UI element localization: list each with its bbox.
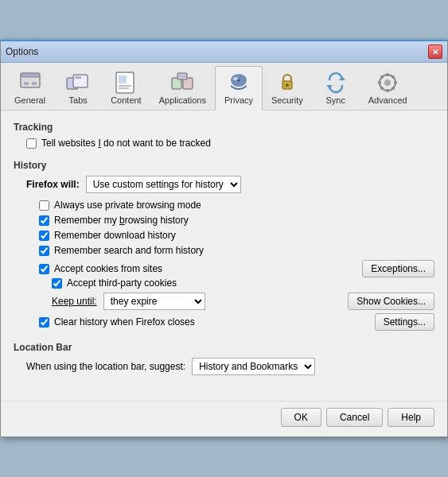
svg-rect-1 [21,73,40,77]
tab-content[interactable]: Content [102,66,150,110]
accept-third-party-label[interactable]: Accept third-party cookies [67,277,177,289]
tab-general[interactable]: General [6,66,54,110]
remember-search-checkbox[interactable] [39,246,49,256]
tab-sync-label: Sync [326,95,345,105]
tab-privacy[interactable]: Privacy [215,66,263,111]
always-private-checkbox[interactable] [39,200,49,211]
tracking-content: Tell websites I do not want to be tracke… [14,138,434,149]
tab-security[interactable]: Security [263,66,312,110]
exceptions-button[interactable]: Exceptions... [362,260,434,277]
always-private-label[interactable]: Always use private browsing mode [54,200,201,211]
content-icon [113,70,138,95]
history-content: Firefox will: Use custom settings for hi… [14,176,434,331]
location-bar-label: When using the location bar, suggest: [26,361,185,372]
keep-until-label: Keep until: [52,296,97,307]
applications-icon [169,70,195,95]
svg-marker-21 [339,76,345,80]
footer: OK Cancel Help [1,401,447,436]
svg-point-18 [238,80,240,82]
firefox-will-label: Firefox will: [26,179,80,190]
accept-cookies-row: Accept cookies from sites Exceptions... [26,260,434,277]
close-button[interactable]: ✕ [428,45,442,59]
tab-applications-label: Applications [159,95,206,105]
location-bar-row: When using the location bar, suggest: Hi… [26,358,434,375]
tab-advanced[interactable]: Advanced [360,66,416,110]
advanced-icon [375,70,400,95]
keep-until-select[interactable]: they expire I close Firefox ask me every… [103,293,205,310]
always-private-row: Always use private browsing mode [26,200,434,211]
general-icon [18,70,43,95]
remember-search-label[interactable]: Remember search and form history [54,245,204,256]
firefox-will-row: Firefox will: Use custom settings for hi… [26,176,434,193]
tab-content-label: Content [111,95,142,105]
tab-applications[interactable]: Applications [150,66,215,110]
tracking-underline-I: I [98,138,100,149]
remember-search-row: Remember search and form history [26,245,434,256]
keep-until-row: Keep until: they expire I close Firefox … [26,293,434,310]
tracking-header: Tracking [14,122,434,133]
accept-cookies-checkbox[interactable] [39,264,49,274]
clear-history-checkbox[interactable] [39,317,49,328]
tab-general-label: General [14,95,45,105]
svg-rect-2 [24,82,29,85]
help-button[interactable]: Help [388,408,434,427]
accept-third-party-row: Accept third-party cookies [26,277,434,289]
svg-rect-8 [119,76,127,83]
remember-download-label[interactable]: Remember download history [54,230,176,241]
accept-cookies-label[interactable]: Accept cookies from sites [54,263,162,274]
show-cookies-button[interactable]: Show Cookies... [348,293,434,310]
remember-browsing-label[interactable]: Remember my browsing history [54,215,189,226]
window-title: Options [6,46,38,57]
svg-point-20 [286,83,289,87]
security-icon [275,70,300,95]
options-window: Options ✕ General Tabs [0,40,448,437]
svg-rect-3 [32,82,37,85]
privacy-icon [226,70,251,95]
titlebar: Options ✕ [1,41,447,63]
svg-point-24 [384,80,391,86]
accept-cookies-checkbox-row: Accept cookies from sites [26,263,162,274]
sync-icon [323,70,349,95]
svg-marker-22 [326,85,333,89]
tab-bar: General Tabs Content [1,63,447,111]
tab-security-label: Security [271,95,303,105]
location-bar-section: Location Bar When using the location bar… [14,342,434,375]
remember-download-checkbox[interactable] [39,231,49,241]
location-bar-content: When using the location bar, suggest: Hi… [14,358,434,375]
remember-browsing-row: Remember my browsing history [26,215,434,226]
tracking-checkbox[interactable] [26,138,37,149]
cancel-button[interactable]: Cancel [326,408,383,427]
svg-point-16 [233,77,238,80]
ok-button[interactable]: OK [281,408,321,427]
remember-browsing-checkbox[interactable] [39,215,49,226]
svg-rect-6 [75,76,81,79]
tracking-section: Tracking Tell websites I do not want to … [14,122,434,149]
clear-history-label[interactable]: Clear history when Firefox closes [54,316,195,328]
history-mode-select[interactable]: Use custom settings for history Remember… [86,176,241,193]
location-bar-select[interactable]: History and Bookmarks History Bookmarks … [192,358,315,375]
settings-button[interactable]: Settings... [375,313,434,331]
tracking-label[interactable]: Tell websites I do not want to be tracke… [41,138,211,149]
history-section: History Firefox will: Use custom setting… [14,160,434,331]
tab-sync[interactable]: Sync [312,66,360,110]
location-bar-header: Location Bar [14,342,434,353]
tab-privacy-label: Privacy [224,95,253,105]
clear-history-row: Clear history when Firefox closes Settin… [26,313,434,331]
main-content: Tracking Tell websites I do not want to … [1,111,447,398]
keep-until-inner: Keep until: they expire I close Firefox … [26,293,205,310]
history-header: History [14,160,434,171]
browsing-underline: b [119,215,125,226]
tracking-checkbox-row: Tell websites I do not want to be tracke… [26,138,434,149]
remember-download-row: Remember download history [26,230,434,241]
tab-advanced-label: Advanced [368,95,407,105]
tab-tabs-label: Tabs [69,95,88,105]
clear-history-checkbox-row: Clear history when Firefox closes [26,316,195,328]
accept-third-party-checkbox[interactable] [52,278,62,289]
tabs-icon [65,70,91,95]
tab-tabs[interactable]: Tabs [54,66,102,110]
